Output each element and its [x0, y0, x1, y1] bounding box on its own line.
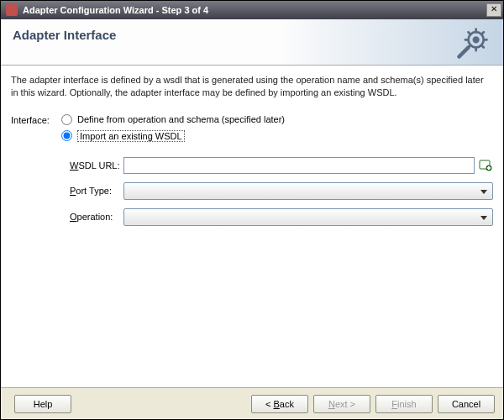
operation-label: Operation:: [70, 212, 123, 222]
wizard-header: Adapter Interface: [1, 19, 503, 66]
port-type-select[interactable]: [123, 182, 493, 200]
window-title: Adapter Configuration Wizard - Step 3 of…: [23, 5, 486, 15]
radio-import-label[interactable]: Import an existing WSDL: [77, 130, 185, 142]
radio-import-row: Import an existing WSDL: [61, 130, 285, 142]
svg-rect-5: [487, 167, 491, 169]
titlebar: Adapter Configuration Wizard - Step 3 of…: [1, 1, 503, 19]
browse-wsdl-icon[interactable]: [478, 158, 493, 173]
footer: Help < Back Next > Finish Cancel: [1, 387, 503, 419]
wizard-window: Adapter Configuration Wizard - Step 3 of…: [0, 0, 504, 420]
operation-row: Operation:: [70, 208, 493, 226]
wsdl-url-row: WSDL URL:: [70, 157, 493, 174]
operation-select[interactable]: [123, 208, 493, 226]
radio-define[interactable]: [61, 114, 72, 125]
cancel-button[interactable]: Cancel: [438, 395, 495, 413]
form-area: WSDL URL: Port Type: Operation:: [70, 157, 493, 226]
next-button[interactable]: Next >: [313, 395, 370, 413]
interface-label: Interface:: [11, 114, 61, 125]
back-button[interactable]: < Back: [251, 395, 308, 413]
wsdl-url-label: WSDL URL:: [70, 160, 123, 171]
gear-icon: [454, 24, 491, 61]
wsdl-url-input[interactable]: [123, 157, 475, 174]
help-button[interactable]: Help: [14, 395, 71, 413]
finish-button[interactable]: Finish: [375, 395, 433, 413]
radio-define-label[interactable]: Define from operation and schema (specif…: [77, 114, 285, 124]
description-text: The adapter interface is defined by a ws…: [11, 74, 493, 99]
app-icon: [6, 4, 18, 16]
interface-group: Interface: Define from operation and sch…: [11, 114, 493, 147]
port-type-label: Port Type:: [70, 186, 123, 196]
radio-define-row: Define from operation and schema (specif…: [61, 114, 285, 125]
port-type-row: Port Type:: [70, 182, 493, 200]
page-title: Adapter Interface: [13, 28, 491, 42]
content-area: The adapter interface is defined by a ws…: [1, 66, 503, 387]
close-button[interactable]: ✕: [486, 3, 501, 17]
radio-import[interactable]: [61, 130, 72, 141]
svg-point-1: [474, 38, 479, 43]
